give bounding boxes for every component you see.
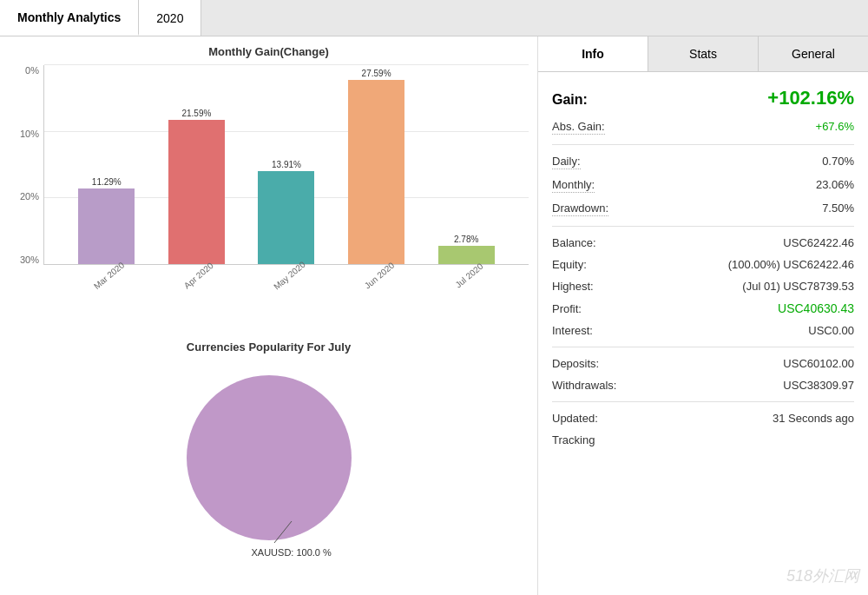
bar-item-apr: 21.59% <box>168 109 225 264</box>
drawdown-label: Drawdown: <box>552 202 608 216</box>
bar-item-jun: 27.59% <box>348 69 404 264</box>
updated-value: 31 Seconds ago <box>773 412 854 425</box>
deposits-value: USC60102.00 <box>783 357 854 370</box>
bar-jul <box>438 246 495 264</box>
x-axis-labels: Mar 2020 Apr 2020 May 2020 Jun 2020 Jul … <box>43 265 529 281</box>
equity-row: Equity: (100.00%) USC62422.46 <box>552 254 854 275</box>
divider-4 <box>552 401 854 402</box>
gain-label: Gain: <box>552 92 588 108</box>
bar-jun <box>348 80 404 264</box>
info-content: Gain: +102.16% Abs. Gain: +67.6% Daily: … <box>538 72 868 461</box>
grid-line-30 <box>44 64 529 65</box>
deposits-row: Deposits: USC60102.00 <box>552 353 854 374</box>
abs-gain-value: +67.6% <box>816 120 854 133</box>
balance-row: Balance: USC62422.46 <box>552 232 854 254</box>
divider-3 <box>552 347 854 347</box>
left-panel: Monthly Gain(Change) 30% 20% 10% 0% <box>0 36 538 595</box>
divider-2 <box>552 226 854 227</box>
equity-value: (100.00%) USC62422.46 <box>728 258 854 271</box>
tab-general[interactable]: General <box>759 36 868 71</box>
divider-1 <box>552 144 854 145</box>
pie-chart-label: XAUUSD: 100.0 % <box>252 521 332 558</box>
profit-label: Profit: <box>552 302 582 315</box>
updated-row: Updated: 31 Seconds ago <box>552 407 854 429</box>
bar-mar <box>78 188 135 264</box>
svg-line-1 <box>274 521 292 543</box>
tab-monthly-analytics[interactable]: Monthly Analytics <box>0 0 139 36</box>
right-tabs: Info Stats General <box>538 36 868 72</box>
pie-chart-title: Currencies Popularity For July <box>9 340 529 354</box>
tab-info[interactable]: Info <box>538 36 648 71</box>
daily-label: Daily: <box>552 155 581 169</box>
abs-gain-row: Abs. Gain: +67.6% <box>552 116 854 139</box>
updated-label: Updated: <box>552 412 598 425</box>
daily-row: Daily: 0.70% <box>552 150 854 174</box>
right-panel: Info Stats General Gain: +102.16% Abs. G… <box>538 36 868 595</box>
highest-label: Highest: <box>552 280 594 293</box>
pie-container: XAUUSD: 100.0 % <box>9 358 529 558</box>
bar-item-jul: 2.78% <box>438 235 495 264</box>
drawdown-row: Drawdown: 7.50% <box>552 197 854 221</box>
highest-value: (Jul 01) USC78739.53 <box>742 280 854 293</box>
withdrawals-value: USC38309.97 <box>783 379 854 392</box>
pie-pointer <box>266 521 318 547</box>
drawdown-value: 7.50% <box>822 202 854 215</box>
interest-value: USC0.00 <box>808 324 854 337</box>
daily-value: 0.70% <box>822 155 854 168</box>
deposits-label: Deposits: <box>552 357 599 370</box>
monthly-label: Monthly: <box>552 178 595 193</box>
bar-item-mar: 11.29% <box>78 177 135 264</box>
withdrawals-label: Withdrawals: <box>552 379 616 392</box>
svg-point-0 <box>187 375 352 540</box>
tab-year-2020[interactable]: 2020 <box>139 0 201 36</box>
highest-row: Highest: (Jul 01) USC78739.53 <box>552 275 854 297</box>
profit-row: Profit: USC40630.43 <box>552 297 854 320</box>
profit-value: USC40630.43 <box>778 301 854 315</box>
gain-value: +102.16% <box>767 87 854 109</box>
main-container: Monthly Gain(Change) 30% 20% 10% 0% <box>0 36 868 595</box>
monthly-value: 23.06% <box>816 178 854 191</box>
monthly-row: Monthly: 23.06% <box>552 174 854 197</box>
equity-label: Equity: <box>552 258 587 271</box>
watermark: 518外汇网 <box>786 565 859 586</box>
gain-row: Gain: +102.16% <box>552 83 854 114</box>
grid-line-20 <box>44 131 529 132</box>
bars-area: 11.29% 21.59% 13.91% <box>43 65 529 265</box>
tab-stats[interactable]: Stats <box>648 36 759 71</box>
top-tab-bar: Monthly Analytics 2020 <box>0 0 868 36</box>
bar-chart-title: Monthly Gain(Change) <box>9 45 529 58</box>
tracking-label: Tracking <box>552 433 595 446</box>
tracking-row: Tracking <box>552 429 854 451</box>
interest-row: Interest: USC0.00 <box>552 320 854 341</box>
y-axis-labels: 30% 20% 10% 0% <box>9 65 39 265</box>
interest-label: Interest: <box>552 324 593 337</box>
bar-item-may: 13.91% <box>258 160 314 264</box>
balance-label: Balance: <box>552 236 596 249</box>
withdrawals-row: Withdrawals: USC38309.97 <box>552 374 854 396</box>
pie-chart-section: Currencies Popularity For July XAUUSD: 1… <box>9 340 529 584</box>
bar-may <box>258 171 314 264</box>
balance-value: USC62422.46 <box>783 236 854 249</box>
abs-gain-label: Abs. Gain: <box>552 120 605 135</box>
bar-apr <box>168 120 225 264</box>
bar-chart-section: Monthly Gain(Change) 30% 20% 10% 0% <box>9 45 529 340</box>
bar-chart-container: 30% 20% 10% 0% 11.29% <box>9 65 529 308</box>
